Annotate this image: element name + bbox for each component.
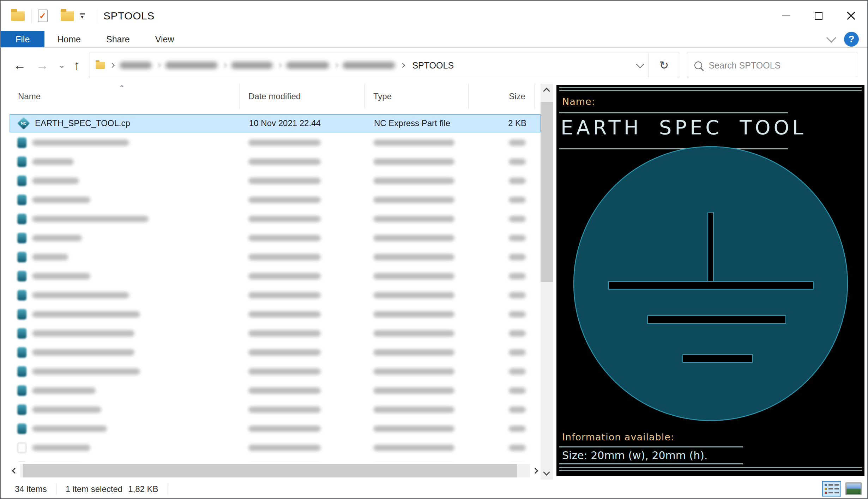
file-size-cell xyxy=(469,445,535,451)
file-date-cell xyxy=(240,178,365,184)
breadcrumb-current-folder[interactable]: SPTOOLS xyxy=(412,60,454,71)
file-icon xyxy=(17,290,26,301)
scroll-down-icon[interactable] xyxy=(543,469,550,476)
column-header-date-modified[interactable]: Date modified xyxy=(240,84,365,109)
file-size-cell xyxy=(469,406,535,413)
redacted-file-row[interactable] xyxy=(10,400,541,419)
chevron-down-icon: ▾ xyxy=(81,15,84,19)
quick-access-new-folder-icon[interactable] xyxy=(61,11,74,21)
horizontal-scrollbar[interactable] xyxy=(10,462,541,480)
preview-info-label: Information available: xyxy=(562,432,674,442)
search-box[interactable]: Search SPTOOLS xyxy=(687,53,858,78)
file-date-cell xyxy=(240,292,365,298)
horizontal-scrollbar-thumb[interactable] xyxy=(23,464,517,477)
redacted-file-row[interactable] xyxy=(10,343,541,362)
breadcrumb-chevron-icon[interactable] xyxy=(110,63,115,68)
scroll-up-icon[interactable] xyxy=(543,88,550,95)
folder-icon xyxy=(96,62,105,69)
horizontal-scrollbar-track[interactable] xyxy=(20,464,530,477)
file-date-cell xyxy=(240,197,365,203)
file-name-cell xyxy=(10,385,240,396)
customize-quick-access-dropdown[interactable]: ▾ xyxy=(80,13,85,19)
file-type-cell xyxy=(365,311,469,317)
redacted-file-row[interactable] xyxy=(10,248,541,267)
tab-view[interactable]: View xyxy=(143,31,187,47)
redacted-breadcrumb-segment[interactable] xyxy=(120,62,152,69)
scroll-right-button[interactable] xyxy=(530,469,541,473)
file-size-cell xyxy=(469,426,535,432)
thumbnail-view-icon xyxy=(845,482,862,495)
file-type-cell xyxy=(365,139,469,146)
redacted-file-row[interactable] xyxy=(10,286,541,305)
selected-file-row[interactable]: NC EARTH_SPEC_TOOL.cp 10 Nov 2021 22.44 … xyxy=(10,114,541,132)
vertical-scrollbar-thumb[interactable] xyxy=(541,102,553,282)
file-icon xyxy=(17,214,26,224)
file-icon xyxy=(17,385,26,396)
redacted-file-row[interactable] xyxy=(10,133,541,152)
column-header-type[interactable]: Type xyxy=(365,84,469,109)
redacted-file-row[interactable] xyxy=(10,152,541,171)
redacted-breadcrumb-segment[interactable] xyxy=(165,62,218,69)
file-name-cell xyxy=(10,195,240,205)
file-date-cell xyxy=(240,311,365,317)
minimize-ribbon-chevron-icon[interactable] xyxy=(826,33,836,43)
redacted-file-row[interactable] xyxy=(10,228,541,248)
redacted-file-name xyxy=(32,197,90,203)
redacted-file-name xyxy=(32,387,96,394)
redacted-file-row[interactable] xyxy=(10,381,541,400)
file-name-cell xyxy=(10,156,240,167)
redacted-file-row[interactable] xyxy=(10,419,541,438)
file-date-cell xyxy=(240,387,365,394)
up-button[interactable]: ↑ xyxy=(73,58,80,73)
address-dropdown-chevron-icon[interactable] xyxy=(636,60,644,69)
redacted-file-row[interactable] xyxy=(10,438,541,457)
maximize-button[interactable] xyxy=(802,1,835,31)
address-bar[interactable]: SPTOOLS xyxy=(90,53,649,78)
tab-home[interactable]: Home xyxy=(44,31,94,47)
file-name-cell xyxy=(10,309,240,320)
column-header-name[interactable]: Name ⌃ xyxy=(10,84,240,109)
redacted-breadcrumb-segment[interactable] xyxy=(343,62,395,69)
redacted-file-row[interactable] xyxy=(10,267,541,286)
redacted-file-size xyxy=(509,197,526,203)
preview-name-label: Name: xyxy=(562,96,595,107)
close-button[interactable] xyxy=(835,1,867,31)
file-size-cell xyxy=(469,273,535,279)
help-button[interactable]: ? xyxy=(844,32,859,47)
redacted-file-size xyxy=(509,445,526,451)
redacted-file-row[interactable] xyxy=(10,171,541,190)
recent-locations-dropdown[interactable]: ⌄ xyxy=(59,61,65,70)
redacted-file-row[interactable] xyxy=(10,324,541,343)
column-label: Size xyxy=(509,91,525,101)
back-button[interactable]: ← xyxy=(13,58,26,73)
file-name-cell xyxy=(10,271,240,281)
redacted-breadcrumb-segment[interactable] xyxy=(286,62,329,69)
redacted-file-row[interactable] xyxy=(10,362,541,381)
details-view-button[interactable] xyxy=(822,481,841,497)
tab-file[interactable]: File xyxy=(1,31,44,47)
redacted-file-row[interactable] xyxy=(10,305,541,324)
redacted-breadcrumb-segment[interactable] xyxy=(231,62,273,69)
thumbnail-view-button[interactable] xyxy=(844,481,863,497)
redacted-file-row[interactable] xyxy=(10,209,541,228)
minimize-button[interactable] xyxy=(770,1,802,31)
file-type-cell xyxy=(365,445,469,451)
refresh-button[interactable]: ↻ xyxy=(649,53,679,78)
symbol-bar-long xyxy=(609,281,813,289)
quick-access-properties-icon[interactable]: ✓ xyxy=(38,10,48,22)
column-header-size[interactable]: Size xyxy=(469,84,535,109)
column-headers: Name ⌃ Date modified Type Size xyxy=(10,84,541,109)
column-label: Date modified xyxy=(248,91,301,101)
redacted-file-date xyxy=(248,273,321,279)
scroll-left-button[interactable] xyxy=(10,469,20,473)
preview-part-name: EARTH SPEC TOOL xyxy=(561,116,807,139)
vertical-scrollbar[interactable] xyxy=(541,84,553,480)
breadcrumb-chevron-icon[interactable] xyxy=(400,63,405,68)
redacted-file-row[interactable] xyxy=(10,457,541,462)
redacted-file-row[interactable] xyxy=(10,190,541,209)
forward-button[interactable]: → xyxy=(36,58,49,73)
redacted-file-type xyxy=(373,139,454,146)
redacted-file-type xyxy=(373,254,454,260)
selection-count: 1 item selected xyxy=(66,484,122,494)
tab-share[interactable]: Share xyxy=(94,31,143,47)
